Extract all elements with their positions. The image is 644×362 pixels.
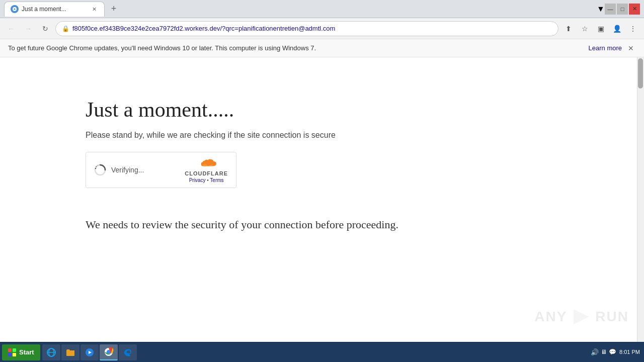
- cloudflare-terms[interactable]: Terms: [210, 177, 223, 183]
- windows-logo-icon: [8, 348, 16, 356]
- scrollbar-track[interactable]: [637, 57, 644, 342]
- folder-icon: [65, 347, 75, 357]
- browser-toolbar: ← → ↻ 🔒 f805f0ce.ef343B9ce324e2cea7972fd…: [0, 18, 644, 39]
- bookmark-icon[interactable]: ☆: [578, 22, 592, 36]
- verifying-text: Verifying...: [111, 166, 144, 174]
- forward-button[interactable]: →: [21, 22, 35, 36]
- notification-close-button[interactable]: ✕: [626, 43, 636, 53]
- volume-icon[interactable]: 🔊: [591, 348, 599, 356]
- menu-icon[interactable]: ⋮: [626, 22, 640, 36]
- watermark-text-any: ANY: [534, 309, 567, 325]
- cloudflare-logo: CLOUDFLARE Privacy • Terms: [185, 157, 228, 183]
- taskbar-app-edge[interactable]: [119, 344, 137, 360]
- active-tab[interactable]: Just a moment... ✕: [4, 2, 105, 17]
- new-tab-button[interactable]: +: [107, 2, 121, 16]
- page-content: Just a moment..... Please stand by, whil…: [0, 57, 644, 342]
- cloudflare-name: CLOUDFLARE: [185, 170, 228, 176]
- notification-bar: To get future Google Chrome updates, you…: [0, 39, 644, 57]
- tab-favicon: [11, 5, 19, 13]
- spinner-container: Verifying...: [94, 164, 185, 176]
- edge-icon: [123, 347, 133, 357]
- address-text: f805f0ce.ef343B9ce324e2cea7972fd2.worker…: [72, 25, 335, 32]
- svg-marker-6: [574, 309, 589, 324]
- cloudflare-links: Privacy • Terms: [189, 177, 224, 183]
- taskbar-app-media[interactable]: [80, 344, 99, 360]
- lock-icon: 🔒: [62, 25, 69, 32]
- loading-spinner: [94, 164, 106, 176]
- tab-close-button[interactable]: ✕: [90, 5, 98, 13]
- dropdown-arrow[interactable]: ▼: [597, 5, 605, 13]
- media-player-icon: [85, 347, 95, 357]
- toolbar-icons: ⬆ ☆ ▣ 👤 ⋮: [561, 22, 640, 36]
- back-button[interactable]: ←: [4, 22, 18, 36]
- taskbar-app-chrome[interactable]: [100, 344, 118, 360]
- browser-titlebar: Just a moment... ✕ + ▼ — □ ✕: [0, 0, 644, 18]
- tab-title: Just a moment...: [22, 6, 66, 13]
- watermark-play-icon: [571, 307, 591, 327]
- system-clock: 8:01 PM: [619, 348, 640, 356]
- svg-point-5: [202, 164, 207, 166]
- maximize-button[interactable]: □: [617, 4, 628, 15]
- page-body: Just a moment..... Please stand by, whil…: [0, 57, 503, 251]
- svg-point-14: [107, 350, 110, 353]
- cloudflare-cloud-icon: [194, 157, 218, 169]
- security-message: We needs to review the security of your …: [86, 218, 488, 231]
- profile-icon[interactable]: 👤: [610, 22, 624, 36]
- svg-point-3: [96, 166, 97, 167]
- taskbar-apps: [42, 344, 137, 360]
- ie-icon: [46, 347, 56, 357]
- scrollbar-thumb[interactable]: [638, 58, 643, 88]
- cloudflare-privacy[interactable]: Privacy: [189, 177, 206, 183]
- watermark-text-run: RUN: [595, 309, 629, 325]
- start-button[interactable]: Start: [2, 344, 40, 360]
- notification-message: To get future Google Chrome updates, you…: [8, 44, 316, 52]
- page-main-title: Just a moment.....: [86, 98, 503, 122]
- window-controls: — □ ✕: [605, 4, 640, 15]
- network-icon[interactable]: 🖥: [601, 348, 607, 355]
- svg-point-2: [95, 168, 96, 169]
- svg-point-4: [97, 165, 98, 166]
- anyrun-watermark: ANY RUN: [534, 307, 629, 327]
- action-center-icon[interactable]: 💬: [609, 348, 616, 355]
- verify-box: Verifying... CLOUDFLARE Privacy • Terms: [86, 152, 236, 188]
- close-button[interactable]: ✕: [629, 4, 640, 15]
- page-subtitle: Please stand by, while we are checking i…: [86, 131, 503, 140]
- reload-button[interactable]: ↻: [38, 22, 52, 36]
- taskbar-app-explorer[interactable]: [61, 344, 79, 360]
- taskbar-tray-icons: 🔊 🖥 💬: [591, 348, 616, 356]
- extensions-icon[interactable]: ▣: [594, 22, 608, 36]
- learn-more-link[interactable]: Learn more: [589, 44, 622, 52]
- taskbar-right: 🔊 🖥 💬 8:01 PM: [591, 348, 642, 356]
- taskbar: Start: [0, 342, 644, 362]
- system-time: 8:01 PM: [619, 348, 640, 356]
- address-bar[interactable]: 🔒 f805f0ce.ef343B9ce324e2cea7972fd2.work…: [55, 21, 558, 36]
- minimize-button[interactable]: —: [605, 4, 616, 15]
- chrome-icon: [104, 347, 114, 357]
- taskbar-app-ie[interactable]: [42, 344, 60, 360]
- start-label: Start: [19, 348, 34, 356]
- share-icon[interactable]: ⬆: [561, 22, 576, 36]
